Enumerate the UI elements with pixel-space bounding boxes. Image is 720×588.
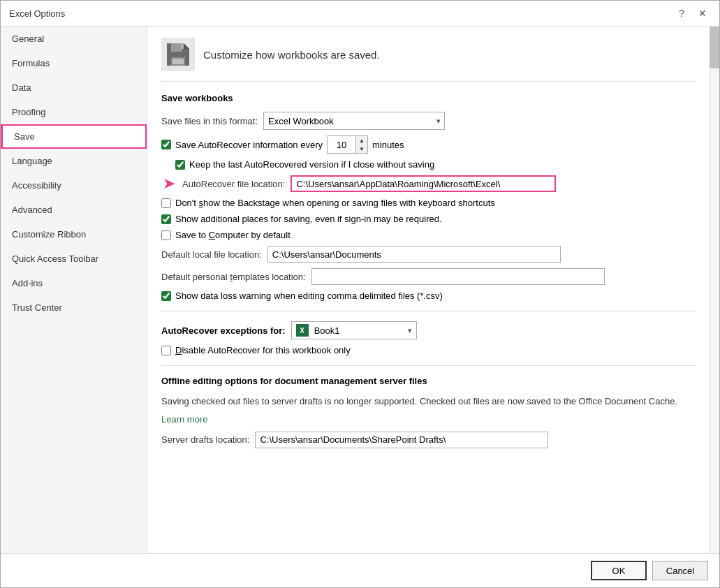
dialog-title: Excel Options [9, 8, 65, 19]
server-drafts-input[interactable]: C:\Users\ansar\Documents\SharePoint Draf… [255, 432, 548, 448]
dialog-footer: OK Cancel [1, 553, 719, 587]
default-local-row: Default local file location: C:\Users\an… [161, 246, 696, 263]
server-drafts-label: Server drafts location: [161, 434, 249, 445]
save-workbooks-title: Save workbooks [161, 93, 696, 103]
save-to-computer-checkbox[interactable] [161, 230, 171, 240]
help-button[interactable]: ? [675, 6, 689, 20]
default-templates-row: Default personal templates location: [161, 268, 696, 285]
spinner-buttons: ▲ ▼ [355, 136, 367, 153]
book-select-wrapper: X Book1 [291, 321, 417, 339]
keep-last-label: Keep the last AutoRecovered version if I… [189, 159, 434, 170]
autorecover-location-row: ➤ AutoRecover file location: C:\Users\an… [182, 175, 696, 192]
show-data-loss-checkbox[interactable] [161, 291, 171, 301]
main-content: Customize how workbooks are saved. Save … [147, 27, 719, 553]
arrow-indicator: ➤ [163, 175, 175, 193]
excel-options-dialog: Excel Options ? ✕ General Formulas Data … [0, 0, 720, 588]
title-bar-controls: ? ✕ [675, 6, 711, 20]
disable-autorecover-row: Disable AutoRecover for this workbook on… [161, 345, 696, 355]
offline-section: Offline editing options for document man… [161, 376, 696, 448]
sidebar-item-accessibility[interactable]: Accessibility [1, 173, 147, 198]
save-format-label: Save files in this format: [161, 116, 258, 126]
learn-more-link[interactable]: Learn more [161, 414, 207, 425]
save-format-select-wrapper: Excel Workbook Excel 97-2003 Workbook CS… [263, 112, 445, 130]
server-drafts-row: Server drafts location: C:\Users\ansar\D… [161, 432, 696, 448]
divider-1 [161, 311, 696, 311]
content-header: Customize how workbooks are saved. [161, 38, 696, 82]
autorecover-location-input[interactable]: C:\Users\ansar\AppData\Roaming\Microsoft… [291, 175, 556, 192]
keep-last-autorecover-row: Keep the last AutoRecovered version if I… [175, 159, 696, 170]
ok-button[interactable]: OK [591, 561, 647, 580]
scrollbar-track[interactable] [710, 27, 719, 553]
save-format-row: Save files in this format: Excel Workboo… [161, 112, 696, 130]
save-to-computer-row: Save to Computer by default [161, 230, 696, 240]
spinner-up[interactable]: ▲ [356, 136, 367, 145]
sidebar-item-data[interactable]: Data [1, 75, 147, 100]
autorecover-exceptions-title: AutoRecover exceptions for: [161, 325, 286, 336]
autorecover-exceptions-section: AutoRecover exceptions for: X Book1 Disa… [161, 321, 696, 355]
dont-show-backstage-label: Don't show the Backstage when opening or… [175, 198, 495, 208]
autorecover-checkbox-row: Save AutoRecover information every ▲ ▼ m… [161, 135, 696, 154]
autorecover-location-label: AutoRecover file location: [182, 179, 285, 189]
sidebar-item-language[interactable]: Language [1, 149, 147, 173]
svg-rect-1 [171, 43, 182, 52]
show-additional-places-checkbox[interactable] [161, 214, 171, 224]
default-templates-input[interactable] [311, 268, 605, 285]
excel-book-icon: X [296, 324, 309, 337]
save-to-computer-label: Save to Computer by default [175, 230, 291, 240]
disable-autorecover-checkbox[interactable] [161, 346, 171, 355]
dont-show-backstage-checkbox[interactable] [161, 198, 171, 208]
sidebar-item-add-ins[interactable]: Add-ins [1, 271, 147, 295]
offline-section-title: Offline editing options for document man… [161, 376, 696, 386]
show-additional-places-label: Show additional places for saving, even … [175, 214, 442, 224]
close-button[interactable]: ✕ [694, 6, 711, 20]
sidebar-item-customize-ribbon[interactable]: Customize Ribbon [1, 222, 147, 247]
show-additional-places-row: Show additional places for saving, even … [161, 214, 696, 224]
show-data-loss-row: Show data loss warning when editing comm… [161, 291, 696, 301]
save-format-select[interactable]: Excel Workbook Excel 97-2003 Workbook CS… [263, 112, 445, 130]
autorecover-minutes-input[interactable] [328, 136, 355, 153]
sidebar-item-proofing[interactable]: Proofing [1, 100, 147, 124]
sidebar-item-formulas[interactable]: Formulas [1, 51, 147, 75]
sidebar-item-general[interactable]: General [1, 27, 147, 51]
svg-rect-4 [181, 43, 184, 49]
sidebar-item-trust-center[interactable]: Trust Center [1, 295, 147, 320]
save-workbooks-section: Save workbooks Save files in this format… [161, 93, 696, 301]
cancel-button[interactable]: Cancel [652, 561, 708, 580]
sidebar-item-advanced[interactable]: Advanced [1, 198, 147, 222]
keep-last-checkbox[interactable] [175, 160, 185, 170]
scrollbar-thumb[interactable] [710, 27, 719, 68]
dont-show-backstage-row: Don't show the Backstage when opening or… [161, 198, 696, 208]
sidebar: General Formulas Data Proofing Save Lang… [1, 27, 147, 553]
default-templates-label: Default personal templates location: [161, 272, 306, 282]
content-area: Customize how workbooks are saved. Save … [147, 27, 710, 460]
dialog-body: General Formulas Data Proofing Save Lang… [1, 27, 719, 553]
sidebar-item-quick-access-toolbar[interactable]: Quick Access Toolbar [1, 247, 147, 271]
disable-autorecover-label: Disable AutoRecover for this workbook on… [175, 345, 351, 355]
title-bar: Excel Options ? ✕ [1, 1, 719, 27]
book-select[interactable]: Book1 [314, 325, 405, 336]
show-data-loss-label: Show data loss warning when editing comm… [175, 291, 443, 301]
autorecover-spinner: ▲ ▼ [327, 135, 368, 154]
autorecover-label: Save AutoRecover information every [175, 140, 323, 150]
default-local-input[interactable]: C:\Users\ansar\Documents [267, 246, 561, 263]
autorecover-exceptions-row: AutoRecover exceptions for: X Book1 [161, 321, 696, 339]
spinner-down[interactable]: ▼ [356, 145, 367, 153]
content-header-text: Customize how workbooks are saved. [203, 49, 380, 61]
default-local-label: Default local file location: [161, 249, 262, 260]
svg-rect-3 [172, 59, 184, 64]
autorecover-checkbox[interactable] [161, 140, 171, 149]
divider-2 [161, 365, 696, 366]
save-icon [161, 38, 195, 71]
minutes-label: minutes [372, 140, 404, 150]
offline-text: Saving checked out files to server draft… [161, 395, 696, 409]
sidebar-item-save[interactable]: Save [1, 124, 147, 149]
